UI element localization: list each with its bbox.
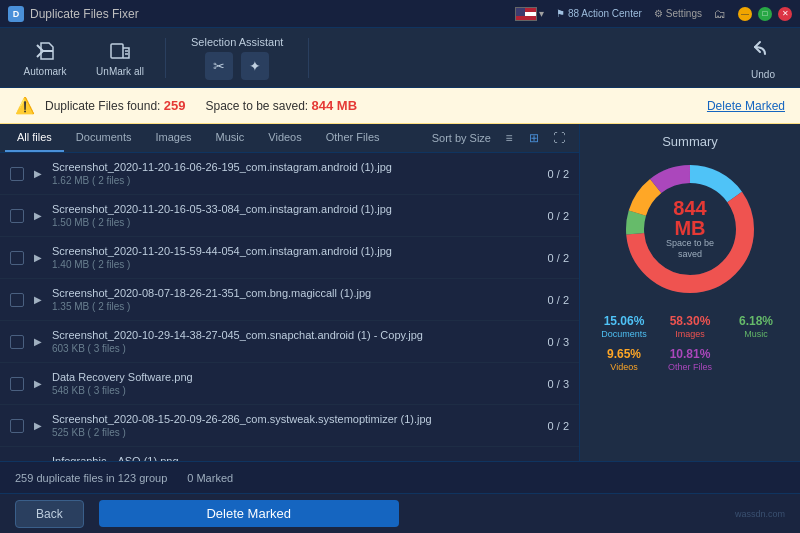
action-center-icon: ⚑: [556, 8, 565, 19]
list-view-icon[interactable]: ≡: [499, 128, 519, 148]
summary-panel: Summary 844 MB Space to besaved: [580, 124, 800, 461]
selection-assistant: Selection Assistant ✂ ✦: [176, 36, 298, 80]
tab-other-files[interactable]: Other Files: [314, 124, 392, 152]
file-checkbox-6[interactable]: [10, 419, 24, 433]
tab-images[interactable]: Images: [143, 124, 203, 152]
selection-assistant-icons: ✂ ✦: [205, 52, 269, 80]
tab-videos[interactable]: Videos: [256, 124, 313, 152]
toolbar-separator-2: [308, 38, 309, 78]
bottom-bar: Back Delete Marked wassdn.com: [0, 493, 800, 533]
stat-docs-pct: 15.06%: [595, 314, 653, 328]
warning-icon: ⚠️: [15, 96, 35, 115]
file-item: ▶ Data Recovery Software.png 548 KB ( 3 …: [0, 363, 579, 405]
undo-label: Undo: [751, 69, 775, 80]
file-item: ▶ Screenshot_2020-08-07-18-26-21-351_com…: [0, 279, 579, 321]
close-button[interactable]: ✕: [778, 7, 792, 21]
window-controls: — □ ✕: [738, 7, 792, 21]
action-center-label: 88 Action Center: [568, 8, 642, 19]
settings-button[interactable]: ⚙ Settings: [654, 8, 702, 19]
file-name-4: Screenshot_2020-10-29-14-38-27-045_com.s…: [52, 329, 540, 341]
tab-music[interactable]: Music: [204, 124, 257, 152]
file-info-1: Screenshot_2020-11-20-16-05-33-084_com.i…: [52, 203, 540, 228]
unmark-all-button[interactable]: UnMark all: [85, 33, 155, 83]
selection-icon-1[interactable]: ✂: [205, 52, 233, 80]
sort-icons: ≡ ⊞ ⛶: [499, 128, 569, 148]
file-size-6: 525 KB ( 2 files ): [52, 427, 540, 438]
donut-label: Space to besaved: [655, 238, 725, 260]
stat-images-pct: 58.30%: [661, 314, 719, 328]
sort-area: Sort by Size ≡ ⊞ ⛶: [432, 128, 574, 148]
file-expand-5[interactable]: ▶: [32, 378, 44, 390]
file-checkbox-5[interactable]: [10, 377, 24, 391]
file-item: ▶ Screenshot_2020-08-15-20-09-26-286_com…: [0, 405, 579, 447]
back-button[interactable]: Back: [15, 500, 84, 528]
file-size-1: 1.50 MB ( 2 files ): [52, 217, 540, 228]
delete-marked-link[interactable]: Delete Marked: [707, 99, 785, 113]
unmark-all-icon: [108, 39, 132, 63]
undo-button[interactable]: Undo: [736, 31, 790, 85]
file-info-5: Data Recovery Software.png 548 KB ( 3 fi…: [52, 371, 540, 396]
svg-rect-0: [111, 44, 123, 58]
duplicate-count: 259: [164, 98, 186, 113]
file-count-5: 0 / 3: [548, 378, 569, 390]
automark-button[interactable]: Automark: [10, 33, 80, 83]
selection-icon-2[interactable]: ✦: [241, 52, 269, 80]
sort-label[interactable]: Sort by Size: [432, 132, 491, 144]
file-count-6: 0 / 2: [548, 420, 569, 432]
file-info-2: Screenshot_2020-11-20-15-59-44-054_com.i…: [52, 245, 540, 270]
status-bar: 259 duplicate files in 123 group 0 Marke…: [0, 461, 800, 493]
action-center-button[interactable]: ⚑ 88 Action Center: [556, 8, 642, 19]
folder-icon: 🗂: [714, 7, 726, 21]
stat-music: 6.18% Music: [727, 314, 785, 339]
file-count-3: 0 / 2: [548, 294, 569, 306]
file-expand-0[interactable]: ▶: [32, 168, 44, 180]
stats-grid: 15.06% Documents 58.30% Images 6.18% Mus…: [590, 314, 790, 372]
title-bar: D Duplicate Files Fixer ▾ ⚑ 88 Action Ce…: [0, 0, 800, 28]
left-panel: All files Documents Images Music Videos …: [0, 124, 580, 461]
minimize-button[interactable]: —: [738, 7, 752, 21]
settings-icon: ⚙: [654, 8, 663, 19]
expand-view-icon[interactable]: ⛶: [549, 128, 569, 148]
file-name-2: Screenshot_2020-11-20-15-59-44-054_com.i…: [52, 245, 540, 257]
flag-arrow: ▾: [539, 8, 544, 19]
file-count-1: 0 / 2: [548, 210, 569, 222]
tabs-list: All files Documents Images Music Videos …: [5, 124, 392, 152]
file-item: ▶ Screenshot_2020-11-20-16-06-26-195_com…: [0, 153, 579, 195]
file-expand-1[interactable]: ▶: [32, 210, 44, 222]
file-expand-4[interactable]: ▶: [32, 336, 44, 348]
app-title: Duplicate Files Fixer: [30, 7, 139, 21]
tab-all-files[interactable]: All files: [5, 124, 64, 152]
file-checkbox-2[interactable]: [10, 251, 24, 265]
file-expand-3[interactable]: ▶: [32, 294, 44, 306]
file-size-0: 1.62 MB ( 2 files ): [52, 175, 540, 186]
stat-other: 10.81% Other Files: [661, 347, 719, 372]
stat-docs-label: Documents: [595, 329, 653, 339]
file-checkbox-7[interactable]: [10, 461, 24, 462]
delete-marked-button[interactable]: Delete Marked: [99, 500, 399, 527]
file-name-7: Infographic---ASO (1).png: [52, 455, 540, 461]
space-label: Space to be saved:: [205, 99, 308, 113]
grid-view-icon[interactable]: ⊞: [524, 128, 544, 148]
settings-label: Settings: [666, 8, 702, 19]
file-item: ▶ Screenshot_2020-11-20-15-59-44-054_com…: [0, 237, 579, 279]
file-name-3: Screenshot_2020-08-07-18-26-21-351_com.b…: [52, 287, 540, 299]
space-text: Space to be saved: 844 MB: [205, 98, 357, 113]
file-checkbox-3[interactable]: [10, 293, 24, 307]
toolbar: Automark UnMark all Selection Assistant …: [0, 28, 800, 88]
maximize-button[interactable]: □: [758, 7, 772, 21]
stat-images-label: Images: [661, 329, 719, 339]
file-checkbox-0[interactable]: [10, 167, 24, 181]
undo-icon: [751, 36, 775, 65]
file-checkbox-4[interactable]: [10, 335, 24, 349]
file-info-6: Screenshot_2020-08-15-20-09-26-286_com.s…: [52, 413, 540, 438]
flag-image: [515, 7, 537, 21]
file-expand-6[interactable]: ▶: [32, 420, 44, 432]
file-name-1: Screenshot_2020-11-20-16-05-33-084_com.i…: [52, 203, 540, 215]
donut-chart: 844 MB Space to besaved: [620, 159, 760, 299]
tab-documents[interactable]: Documents: [64, 124, 144, 152]
duplicate-label: Duplicate Files found:: [45, 99, 160, 113]
language-flag[interactable]: ▾: [515, 7, 544, 21]
file-checkbox-1[interactable]: [10, 209, 24, 223]
automark-icon: [33, 39, 57, 63]
file-expand-2[interactable]: ▶: [32, 252, 44, 264]
